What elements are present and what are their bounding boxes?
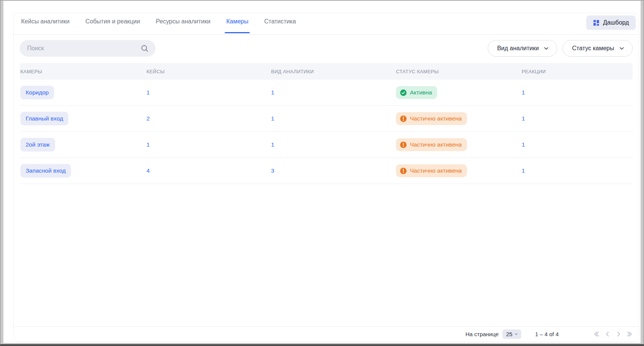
status-label: Активна — [410, 89, 432, 96]
prev-page-button[interactable] — [604, 330, 612, 338]
camera-cell: 2ой этаж — [20, 138, 146, 151]
controls-row: Вид аналитики Статус камеры — [20, 40, 633, 57]
camera-status-badge: Частично активена — [396, 112, 467, 125]
column-header-cameras: КАМЕРЫ — [20, 69, 146, 74]
tab-cameras[interactable]: Камеры — [226, 18, 248, 33]
cases-cell: 1 — [146, 89, 271, 96]
search-box — [20, 40, 156, 57]
column-header-analytics-type: ВИД АНАЛИТИКИ — [271, 69, 396, 74]
camera-cell: Главный вход — [20, 112, 146, 125]
table-row: Коридор 1 1 Активна 1 — [20, 80, 633, 106]
reactions-cell: 1 — [522, 141, 633, 148]
first-page-button[interactable] — [593, 330, 601, 338]
per-page-value: 25 — [506, 331, 513, 337]
dashboard-grid-icon — [593, 20, 599, 26]
analytics-count-link[interactable]: 1 — [271, 89, 274, 96]
search-icon — [140, 44, 149, 54]
camera-chip[interactable]: Запасной вход — [20, 164, 71, 178]
tab-events-reactions[interactable]: События и реакции — [85, 18, 140, 33]
table-row: Запасной вход 4 3 Частично активена 1 — [20, 158, 633, 184]
status-cell: Частично активена — [396, 112, 522, 125]
reactions-cell: 1 — [522, 89, 633, 96]
reactions-cell: 1 — [522, 115, 633, 122]
reactions-link[interactable]: 1 — [522, 89, 525, 96]
status-label: Частично активена — [410, 141, 462, 148]
pagination-bar: На странице 25 1 – 4 of 4 — [14, 326, 639, 341]
filters-group: Вид аналитики Статус камеры — [488, 40, 633, 57]
camera-chip[interactable]: Главный вход — [20, 112, 68, 125]
next-page-button[interactable] — [615, 330, 622, 338]
table-body: Коридор 1 1 Активна 1 Главный вход — [14, 80, 639, 184]
camera-chip[interactable]: Коридор — [20, 86, 54, 99]
analytics-count-link[interactable]: 3 — [271, 167, 274, 174]
filter-camera-status[interactable]: Статус камеры — [562, 40, 633, 57]
status-cell: Активна — [396, 86, 522, 99]
cases-link[interactable]: 1 — [146, 141, 150, 148]
page-background: Кейсы аналитики События и реакции Ресурс… — [3, 1, 641, 343]
camera-status-badge: Активна — [396, 86, 437, 99]
camera-cell: Коридор — [20, 86, 146, 99]
dashboard-button-label: Дашборд — [603, 19, 629, 26]
camera-status-badge: Частично активена — [396, 138, 467, 151]
filter-camera-status-label: Статус камеры — [572, 45, 614, 52]
cases-cell: 1 — [146, 141, 271, 148]
status-cell: Частично активена — [396, 138, 522, 151]
analytics-count-link[interactable]: 1 — [271, 115, 274, 122]
reactions-link[interactable]: 1 — [522, 115, 525, 122]
cases-cell: 4 — [146, 167, 271, 174]
column-header-reactions: РЕАКЦИИ — [522, 69, 633, 74]
chevron-down-icon — [543, 45, 549, 51]
per-page-select[interactable]: 25 — [502, 329, 522, 339]
tab-statistics[interactable]: Статистика — [264, 18, 296, 33]
last-page-button[interactable] — [626, 330, 633, 338]
chevron-down-icon — [619, 45, 625, 51]
reactions-link[interactable]: 1 — [522, 141, 525, 148]
column-header-camera-status: СТАТУС КАМЕРЫ — [396, 69, 522, 74]
per-page-label: На странице — [465, 331, 499, 337]
check-circle-icon — [400, 89, 407, 96]
camera-chip[interactable]: 2ой этаж — [20, 138, 55, 151]
camera-cell: Запасной вход — [20, 164, 146, 178]
pager-buttons — [593, 330, 633, 338]
pagination-range: 1 – 4 of 4 — [535, 331, 559, 337]
analytics-type-cell: 1 — [271, 89, 396, 96]
reactions-cell: 1 — [522, 167, 633, 174]
exclamation-circle-icon — [400, 167, 407, 175]
column-header-cases: КЕЙСЫ — [146, 69, 271, 74]
analytics-type-cell: 1 — [271, 115, 396, 122]
filter-analytics-type[interactable]: Вид аналитики — [488, 40, 558, 57]
cases-link[interactable]: 2 — [146, 115, 150, 122]
cases-link[interactable]: 4 — [146, 167, 150, 174]
analytics-type-cell: 1 — [271, 141, 396, 148]
dashboard-button[interactable]: Дашборд — [586, 15, 636, 30]
camera-status-badge: Частично активена — [396, 164, 467, 177]
reactions-link[interactable]: 1 — [522, 167, 525, 174]
exclamation-circle-icon — [400, 141, 407, 148]
exclamation-circle-icon — [400, 115, 407, 122]
tabs-bar: Кейсы аналитики События и реакции Ресурс… — [14, 13, 639, 35]
status-label: Частично активена — [410, 167, 462, 174]
content-card: Кейсы аналитики События и реакции Ресурс… — [13, 13, 639, 342]
filter-analytics-type-label: Вид аналитики — [497, 45, 539, 52]
status-label: Частично активена — [410, 115, 462, 122]
search-input[interactable] — [20, 40, 156, 57]
cases-cell: 2 — [146, 115, 271, 122]
analytics-type-cell: 3 — [271, 167, 396, 174]
tab-analytics-resources[interactable]: Ресурсы аналитики — [156, 18, 211, 33]
tab-analytics-cases[interactable]: Кейсы аналитики — [21, 18, 69, 33]
status-cell: Частично активена — [396, 164, 522, 177]
cases-link[interactable]: 1 — [146, 89, 150, 96]
app-window: Кейсы аналитики События и реакции Ресурс… — [0, 0, 644, 346]
table-row: 2ой этаж 1 1 Частично активена 1 — [20, 132, 633, 158]
chevron-down-icon — [514, 332, 518, 336]
analytics-count-link[interactable]: 1 — [271, 141, 274, 148]
table-header: КАМЕРЫ КЕЙСЫ ВИД АНАЛИТИКИ СТАТУС КАМЕРЫ… — [20, 63, 633, 80]
table-row: Главный вход 2 1 Частично активена 1 — [20, 106, 633, 132]
